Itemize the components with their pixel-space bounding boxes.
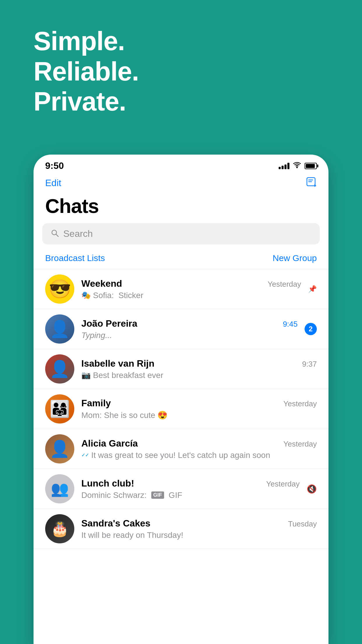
tagline-line1: Simple.	[34, 26, 139, 57]
chat-preview-sandra: It will be ready on Thursday!	[81, 531, 183, 540]
new-group-button[interactable]: New Group	[273, 253, 317, 263]
chat-item-isabelle[interactable]: 👤 Isabelle van Rijn 9:37 📷 Best breakfas…	[34, 349, 328, 389]
chat-item-joao[interactable]: 👤 João Pereira 9:45 Typing... 2	[34, 309, 328, 349]
chat-list: 😎 Weekend Yesterday 🎭 Sofia: Sticker 📌 👤	[34, 269, 328, 549]
camera-icon: 📷	[81, 371, 91, 380]
chat-content-family: Family Yesterday Mom: She is so cute 😍	[81, 398, 317, 420]
compose-button[interactable]	[306, 177, 317, 189]
chat-item-alicia[interactable]: 👤 Alicia García Yesterday ✓✓ It was grea…	[34, 429, 328, 469]
page-title: Chats	[34, 192, 328, 223]
chat-preview-joao: Typing...	[81, 331, 112, 340]
alicia-avatar-icon: 👤	[50, 439, 70, 459]
tagline: Simple. Reliable. Private.	[34, 26, 139, 117]
sticker-icon: 🎭	[81, 291, 91, 300]
tagline-line3: Private.	[34, 87, 139, 117]
tagline-line2: Reliable.	[34, 57, 139, 87]
chat-time-family: Yesterday	[283, 399, 317, 408]
chat-item-lunch[interactable]: 👥 Lunch club! Yesterday Dominic Schwarz:…	[34, 469, 328, 509]
lunch-preview-gif: GIF	[166, 491, 182, 500]
chat-meta-weekend: 📌	[308, 285, 317, 293]
broadcast-lists-button[interactable]: Broadcast Lists	[45, 253, 105, 263]
chat-content-alicia: Alicia García Yesterday ✓✓ It was great …	[81, 438, 317, 460]
edit-button[interactable]: Edit	[45, 178, 61, 188]
status-bar: 9:50	[34, 155, 328, 174]
unread-badge-joao: 2	[305, 323, 317, 335]
chat-preview-alicia: It was great to see you! Let's catch up …	[91, 451, 270, 460]
chat-name-family: Family	[81, 398, 111, 409]
pin-icon: 📌	[308, 285, 317, 293]
chat-preview-isabelle: Best breakfast ever	[93, 371, 163, 380]
signal-bars-icon	[279, 163, 289, 169]
status-icons	[279, 162, 317, 170]
chat-item-weekend[interactable]: 😎 Weekend Yesterday 🎭 Sofia: Sticker 📌	[34, 269, 328, 309]
chat-meta-lunch: 🔇	[307, 484, 317, 494]
chat-meta-joao: 2	[305, 323, 317, 335]
avatar-weekend: 😎	[45, 274, 74, 304]
isabelle-avatar-icon: 👤	[50, 359, 70, 379]
phone-frame: 9:50 Edit	[34, 155, 328, 644]
chat-time-weekend: Yesterday	[268, 280, 301, 289]
chat-time-lunch: Yesterday	[266, 480, 300, 489]
avatar-sandra: 🎂	[45, 514, 74, 543]
sandra-avatar-icon: 🎂	[51, 520, 69, 537]
chat-time-alicia: Yesterday	[283, 440, 317, 449]
lunch-preview-sender: Dominic Schwarz:	[81, 491, 149, 500]
chat-content-weekend: Weekend Yesterday 🎭 Sofia: Sticker	[81, 278, 301, 300]
chat-time-isabelle: 9:37	[302, 360, 317, 369]
chat-time-sandra: Tuesday	[288, 519, 317, 528]
chat-name-isabelle: Isabelle van Rijn	[81, 358, 154, 369]
chat-preview-weekend: Sofia: Sticker	[93, 291, 143, 300]
family-avatar-icon: 👨‍👩‍👧	[50, 399, 70, 419]
avatar-isabelle: 👤	[45, 354, 74, 384]
avatar-lunch: 👥	[45, 474, 74, 503]
chat-item-family[interactable]: 👨‍👩‍👧 Family Yesterday Mom: She is so cu…	[34, 389, 328, 429]
joao-avatar-icon: 👤	[50, 319, 70, 339]
battery-icon	[305, 163, 317, 169]
chat-time-joao: 9:45	[283, 320, 298, 329]
nav-bar: Edit	[34, 174, 328, 192]
chat-name-sandra: Sandra's Cakes	[81, 518, 150, 529]
chat-content-sandra: Sandra's Cakes Tuesday It will be ready …	[81, 518, 317, 540]
status-time: 9:50	[45, 160, 64, 171]
chat-content-joao: João Pereira 9:45 Typing...	[81, 318, 298, 340]
chat-content-isabelle: Isabelle van Rijn 9:37 📷 Best breakfast …	[81, 358, 317, 380]
search-placeholder: Search	[63, 228, 93, 239]
mute-icon: 🔇	[307, 484, 317, 494]
action-bar: Broadcast Lists New Group	[34, 250, 328, 269]
avatar-family: 👨‍👩‍👧	[45, 394, 74, 424]
chat-content-lunch: Lunch club! Yesterday Dominic Schwarz: G…	[81, 478, 300, 500]
chat-name-alicia: Alicia García	[81, 438, 138, 449]
chat-name-joao: João Pereira	[81, 318, 137, 329]
chat-preview-family: Mom: She is so cute 😍	[81, 411, 168, 420]
search-bar[interactable]: Search	[42, 223, 320, 244]
avatar-alicia: 👤	[45, 434, 74, 463]
search-icon	[51, 229, 59, 239]
svg-point-0	[296, 167, 298, 168]
gif-badge: GIF	[151, 491, 164, 499]
group-icon: 👥	[51, 480, 69, 497]
avatar-joao: 👤	[45, 314, 74, 344]
chat-name-weekend: Weekend	[81, 278, 122, 289]
wifi-icon	[293, 162, 301, 170]
double-check-icon: ✓✓	[81, 452, 89, 458]
chat-item-sandra[interactable]: 🎂 Sandra's Cakes Tuesday It will be read…	[34, 509, 328, 549]
chat-name-lunch: Lunch club!	[81, 478, 134, 489]
